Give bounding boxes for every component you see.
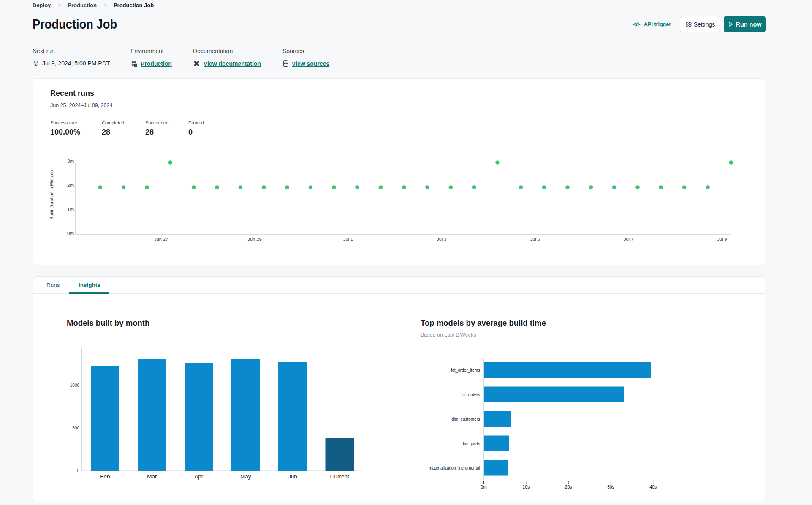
svg-text:2m: 2m (67, 183, 74, 188)
svg-text:Build Duration in Minutes: Build Duration in Minutes (49, 170, 54, 220)
svg-text:dim_parts: dim_parts (462, 441, 480, 446)
svg-text:Jul 9: Jul 9 (717, 237, 727, 242)
svg-text:Jun: Jun (288, 473, 297, 480)
svg-text:3m: 3m (67, 159, 74, 164)
svg-text:0m: 0m (481, 484, 487, 489)
svg-text:Jun 29: Jun 29 (247, 237, 261, 242)
svg-text:1000: 1000 (70, 383, 80, 388)
svg-text:30s: 30s (607, 484, 614, 489)
svg-text:20s: 20s (565, 484, 572, 489)
svg-text:1m: 1m (67, 207, 74, 212)
svg-text:Jul 3: Jul 3 (437, 237, 446, 242)
svg-text:fct_orders: fct_orders (462, 392, 480, 397)
svg-text:Apr: Apr (194, 473, 204, 480)
svg-text:Mar: Mar (147, 473, 157, 480)
svg-text:materialization_incremental: materialization_incremental (429, 466, 480, 470)
svg-text:40s: 40s (649, 484, 657, 489)
svg-text:Jul 7: Jul 7 (624, 237, 633, 242)
svg-text:0: 0 (77, 468, 79, 473)
svg-text:Current: Current (330, 473, 349, 480)
svg-text:Jul 5: Jul 5 (530, 237, 540, 242)
svg-text:Jul 1: Jul 1 (343, 237, 353, 242)
svg-text:dim_customers: dim_customers (451, 417, 480, 421)
svg-text:0m: 0m (67, 231, 74, 236)
svg-text:May: May (240, 473, 251, 480)
svg-text:Feb: Feb (100, 473, 110, 480)
svg-text:fct_order_items: fct_order_items (451, 368, 480, 373)
svg-text:10s: 10s (522, 484, 530, 489)
svg-text:Jun 27: Jun 27 (154, 237, 168, 242)
svg-text:500: 500 (72, 426, 79, 430)
